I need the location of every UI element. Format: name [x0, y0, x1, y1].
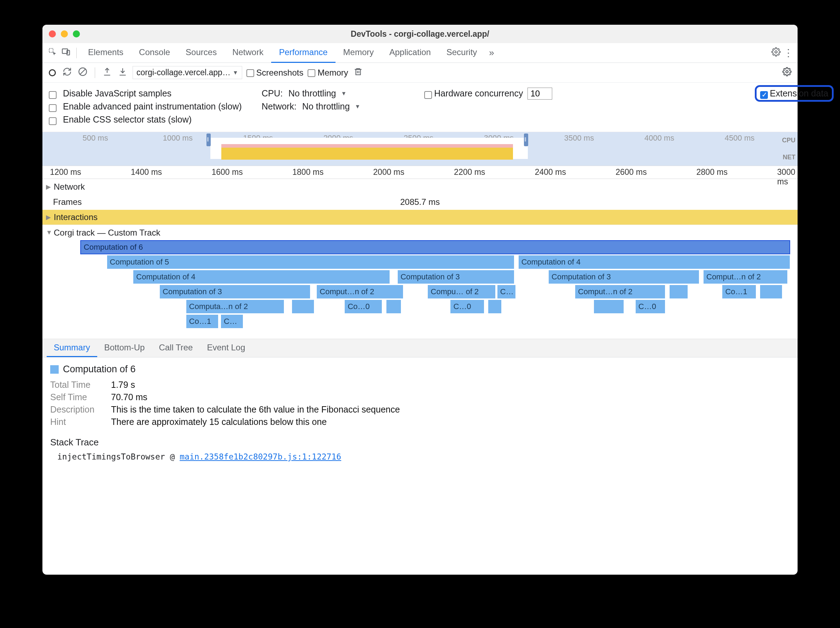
- flame-entry[interactable]: Computation of 4: [518, 255, 790, 269]
- tab-sources[interactable]: Sources: [178, 43, 224, 63]
- flame-entry[interactable]: Computation of 3: [548, 270, 699, 284]
- tab-elements[interactable]: Elements: [80, 43, 131, 63]
- titlebar: DevTools - corgi-collage.vercel.app/: [43, 25, 797, 43]
- detail-tabs: Summary Bottom-Up Call Tree Event Log: [43, 339, 797, 357]
- flame-entry-selected[interactable]: Computation of 6: [80, 240, 790, 254]
- flame-entry[interactable]: Comput…n of 2: [316, 285, 403, 299]
- flame-entry[interactable]: C…0: [450, 299, 484, 314]
- tab-performance[interactable]: Performance: [271, 43, 335, 63]
- flame-entry[interactable]: Compu… of 2: [428, 285, 495, 299]
- settings-gear-icon[interactable]: [769, 47, 783, 59]
- flame-entry[interactable]: Computation of 5: [107, 255, 515, 269]
- disable-js-checkbox[interactable]: Disable JavaScript samples: [49, 88, 172, 99]
- net-track-label: NET: [783, 154, 796, 161]
- flame-entry[interactable]: [386, 299, 401, 314]
- network-label: Network:: [262, 101, 297, 112]
- flame-entry[interactable]: Computation of 4: [133, 270, 390, 284]
- summary-pane: Computation of 6 Total Time1.79 s Self T…: [43, 357, 797, 467]
- paint-instrumentation-checkbox[interactable]: Enable advanced paint instrumentation (s…: [49, 101, 242, 112]
- overview-handle-right[interactable]: [524, 134, 528, 146]
- stack-source-link[interactable]: main.2358fe1b2c80297b.js:1:122716: [180, 452, 341, 461]
- download-icon[interactable]: [117, 67, 128, 79]
- custom-track-lane[interactable]: ▼Corgi track — Custom Track: [43, 225, 797, 240]
- flame-entries: Computation of 6 Computation of 5 Comput…: [43, 240, 797, 339]
- flame-entry[interactable]: C…0: [635, 299, 665, 314]
- timeline-overview[interactable]: 500 ms 1000 ms 1500 ms 2000 ms 2500 ms 3…: [43, 132, 797, 166]
- summary-title: Computation of 6: [50, 364, 790, 375]
- perf-settings-icon[interactable]: [781, 67, 793, 79]
- flame-entry[interactable]: [760, 285, 782, 299]
- frames-lane[interactable]: Frames 2085.7 ms: [43, 194, 797, 210]
- css-stats-checkbox[interactable]: Enable CSS selector stats (slow): [49, 115, 192, 125]
- panel-tabs: Elements Console Sources Network Perform…: [43, 43, 797, 63]
- flame-entry[interactable]: Computation of 3: [159, 285, 310, 299]
- flame-entry[interactable]: [669, 285, 688, 299]
- reload-icon[interactable]: [62, 67, 73, 79]
- frame-duration: 2085.7 ms: [400, 197, 440, 207]
- hw-concurrency-input[interactable]: [527, 88, 552, 99]
- kebab-menu-icon[interactable]: ⋮: [783, 47, 794, 59]
- flame-entry[interactable]: [292, 299, 314, 314]
- tab-network[interactable]: Network: [224, 43, 271, 63]
- inspect-icon[interactable]: [46, 47, 59, 59]
- chevron-down-icon: ▼: [233, 69, 238, 76]
- cpu-track-label: CPU: [782, 137, 796, 144]
- screenshots-checkbox[interactable]: Screenshots: [246, 68, 303, 78]
- gc-icon[interactable]: [352, 67, 364, 79]
- stack-trace-heading: Stack Trace: [50, 437, 790, 448]
- tab-application[interactable]: Application: [382, 43, 438, 63]
- perf-toolbar: corgi-collage.vercel.app… ▼ Screenshots …: [43, 63, 797, 83]
- recording-url: corgi-collage.vercel.app…: [136, 68, 231, 77]
- tabs-overflow-icon[interactable]: »: [485, 47, 498, 58]
- detail-tab-summary[interactable]: Summary: [47, 339, 97, 357]
- flame-entry[interactable]: Computation of 3: [397, 270, 515, 284]
- flame-entry[interactable]: Co…1: [186, 314, 218, 329]
- flame-entry[interactable]: [488, 299, 501, 314]
- network-lane[interactable]: ▶Network: [43, 179, 797, 194]
- svg-rect-0: [49, 49, 53, 52]
- recording-selector[interactable]: corgi-collage.vercel.app… ▼: [133, 66, 242, 79]
- svg-point-9: [786, 70, 788, 73]
- detail-tab-calltree[interactable]: Call Tree: [152, 339, 200, 357]
- overview-handle-left[interactable]: [207, 134, 211, 146]
- stack-trace-line: injectTimingsToBrowser @ main.2358fe1b2c…: [50, 452, 790, 461]
- flame-entry[interactable]: [594, 299, 624, 314]
- interactions-lane[interactable]: ▶Interactions: [43, 210, 797, 225]
- flame-entry[interactable]: Computa…n of 2: [186, 299, 284, 314]
- hw-concurrency-checkbox[interactable]: Hardware concurrency: [424, 88, 523, 99]
- flame-ruler[interactable]: 1200 ms 1400 ms 1600 ms 1800 ms 2000 ms …: [43, 166, 797, 179]
- extension-data-checkbox[interactable]: Extension data: [755, 85, 797, 102]
- cpu-label: CPU:: [262, 88, 283, 99]
- detail-tab-eventlog[interactable]: Event Log: [200, 339, 252, 357]
- upload-icon[interactable]: [101, 67, 113, 79]
- network-throttle-select[interactable]: No throttling▼: [301, 101, 362, 112]
- memory-checkbox[interactable]: Memory: [308, 68, 348, 78]
- record-button[interactable]: [49, 69, 56, 76]
- flame-entry[interactable]: C…: [497, 285, 516, 299]
- devtools-window: DevTools - corgi-collage.vercel.app/ Ele…: [43, 25, 797, 574]
- flame-entry[interactable]: C…: [221, 314, 243, 329]
- clear-icon[interactable]: [77, 67, 88, 79]
- svg-point-3: [775, 50, 777, 53]
- color-swatch-icon: [50, 365, 59, 374]
- flame-entry[interactable]: Comput…n of 2: [575, 285, 665, 299]
- flame-entry[interactable]: Co…0: [344, 299, 382, 314]
- device-toggle-icon[interactable]: [59, 47, 73, 59]
- flame-entry[interactable]: Comput…n of 2: [703, 270, 788, 284]
- window-title: DevTools - corgi-collage.vercel.app/: [43, 29, 797, 39]
- flame-chart[interactable]: ▶Network Frames 2085.7 ms ▶Interactions …: [43, 179, 797, 339]
- svg-line-5: [80, 69, 85, 74]
- tab-security[interactable]: Security: [439, 43, 485, 63]
- capture-settings: Disable JavaScript samples CPU: No throt…: [43, 83, 797, 132]
- detail-tab-bottomup[interactable]: Bottom-Up: [97, 339, 152, 357]
- flame-entry[interactable]: Co…1: [722, 285, 756, 299]
- tab-memory[interactable]: Memory: [335, 43, 382, 63]
- cpu-throttle-select[interactable]: No throttling▼: [287, 88, 348, 99]
- svg-rect-6: [356, 69, 360, 74]
- tab-console[interactable]: Console: [131, 43, 178, 63]
